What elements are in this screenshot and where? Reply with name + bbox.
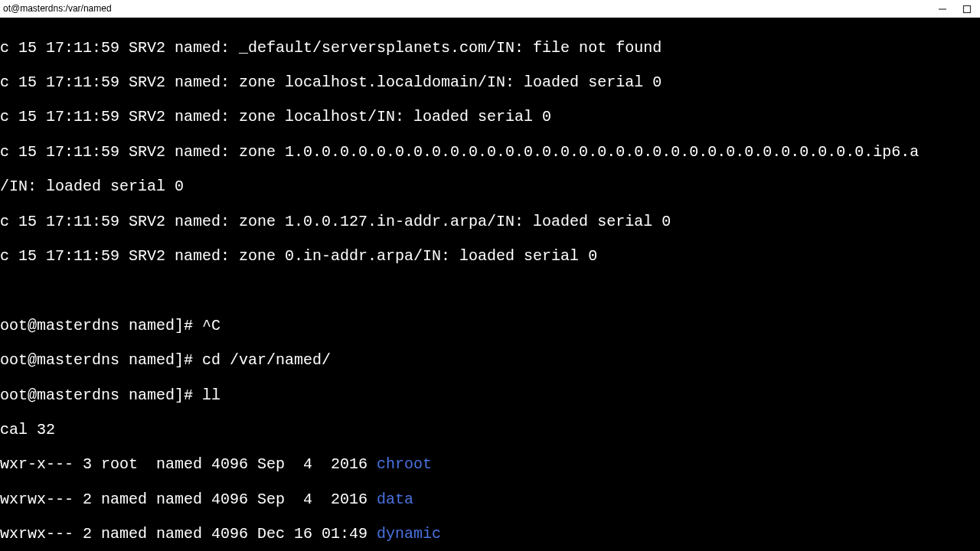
log-line: c 15 17:11:59 SRV2 named: zone 0.in-addr…	[0, 248, 980, 266]
svg-rect-1	[964, 5, 971, 12]
ll-row: wxr-x--- 3 root named 4096 Sep 4 2016 ch…	[0, 456, 980, 474]
terminal-output[interactable]: c 15 17:11:59 SRV2 named: _default/serve…	[0, 18, 980, 551]
ll-row: wxrwx--- 2 named named 4096 Dec 16 01:49…	[0, 526, 980, 543]
ll-row: wxrwx--- 2 named named 4096 Sep 4 2016 d…	[0, 491, 980, 509]
window-titlebar: ot@masterdns:/var/named	[0, 0, 980, 18]
blank-line	[0, 282, 980, 300]
window-title: ot@masterdns:/var/named	[3, 0, 112, 18]
shell-prompt: oot@masterdns named]#	[0, 386, 202, 404]
minimize-icon[interactable]	[937, 4, 948, 15]
log-line: c 15 17:11:59 SRV2 named: zone 1.0.0.0.0…	[0, 144, 980, 161]
dir-name: dynamic	[377, 525, 441, 543]
log-line: c 15 17:11:59 SRV2 named: zone localhost…	[0, 109, 980, 126]
dir-name: chroot	[377, 455, 432, 473]
ll-total: cal 32	[0, 422, 980, 439]
prompt-line: oot@masterdns named]# ll	[0, 387, 980, 405]
cmd-text: ll	[202, 386, 220, 404]
log-line: c 15 17:11:59 SRV2 named: zone localhost…	[0, 74, 980, 92]
log-line: c 15 17:11:59 SRV2 named: zone 1.0.0.127…	[0, 214, 980, 231]
cmd-text: ^C	[202, 317, 220, 334]
dir-name: data	[377, 491, 413, 508]
log-line: c 15 17:11:59 SRV2 named: _default/serve…	[0, 40, 980, 57]
maximize-icon[interactable]	[962, 4, 972, 15]
prompt-line: oot@masterdns named]# ^C	[0, 318, 980, 335]
log-line: /IN: loaded serial 0	[0, 178, 980, 196]
prompt-line: oot@masterdns named]# cd /var/named/	[0, 352, 980, 370]
shell-prompt: oot@masterdns named]#	[0, 351, 202, 369]
window-controls	[937, 4, 977, 15]
shell-prompt: oot@masterdns named]#	[0, 317, 202, 334]
cmd-text: cd /var/named/	[202, 351, 331, 369]
